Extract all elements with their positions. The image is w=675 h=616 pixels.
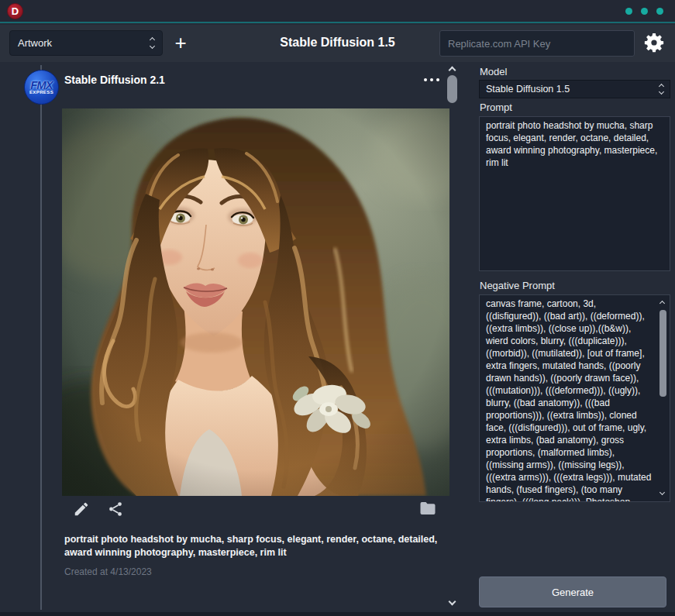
chevron-up-icon	[448, 66, 456, 74]
created-timestamp: Created at 4/13/2023	[64, 566, 152, 577]
chevron-down-icon	[659, 489, 664, 494]
artwork-feed-panel: FMX EXPRESS Stable Diffusion 2.1	[0, 62, 473, 612]
generate-button[interactable]: Generate	[479, 576, 666, 607]
api-key-input[interactable]	[439, 30, 635, 57]
negative-scroll-down-button[interactable]	[656, 487, 667, 497]
settings-button[interactable]	[642, 32, 666, 55]
window-bottom-edge	[0, 612, 675, 616]
avatar: FMX EXPRESS	[24, 70, 59, 105]
chevron-up-icon	[659, 300, 664, 305]
model-label: Model	[480, 66, 507, 77]
prompt-input[interactable]: portrait photo headshot by mucha, sharp …	[479, 116, 670, 271]
window-controls	[625, 8, 668, 15]
app-logo-icon: D	[7, 3, 23, 19]
avatar-subtext: EXPRESS	[29, 90, 53, 95]
updown-chevrons-icon	[660, 84, 663, 94]
more-menu-button[interactable]	[421, 75, 443, 84]
ellipsis-icon	[424, 78, 427, 81]
feed-scroll-up-button[interactable]	[445, 64, 459, 76]
window-control-dot-2[interactable]	[641, 8, 648, 15]
negative-prompt-label: Negative Prompt	[480, 280, 555, 291]
negative-scrollbar-thumb[interactable]	[660, 310, 666, 397]
edit-button[interactable]	[72, 501, 91, 519]
generation-settings-panel: Model Stable Diffusion 1.5 Prompt portra…	[473, 62, 675, 612]
window-control-dot-1[interactable]	[625, 8, 632, 15]
share-button[interactable]	[106, 501, 125, 519]
avatar-text: FMX	[30, 80, 53, 90]
chevron-down-icon	[448, 597, 456, 605]
toolbar: Artwork + Stable Diffusion 1.5	[0, 25, 675, 62]
feed-scrollbar-thumb[interactable]	[447, 75, 457, 103]
pencil-icon	[73, 501, 90, 518]
model-select[interactable]: Stable Diffusion 1.5	[479, 80, 670, 98]
prompt-field-wrap: portrait photo headshot by mucha, sharp …	[479, 116, 670, 271]
negative-prompt-input[interactable]: canvas frame, cartoon, 3d, ((disfigured)…	[479, 294, 670, 502]
card-title: Stable Diffusion 2.1	[64, 74, 165, 86]
image-caption: portrait photo headshot by mucha, sharp …	[64, 533, 458, 559]
title-bar: D	[0, 0, 675, 23]
share-icon	[107, 501, 124, 518]
negative-scroll-up-button[interactable]	[656, 298, 667, 308]
folder-icon	[418, 499, 437, 518]
prompt-label: Prompt	[480, 102, 512, 113]
gear-icon	[643, 32, 665, 53]
portrait-illustration	[62, 108, 449, 496]
negative-prompt-field-wrap: canvas frame, cartoon, 3d, ((disfigured)…	[479, 294, 670, 502]
timeline-line	[40, 65, 42, 610]
feed-scroll-down-button[interactable]	[445, 595, 459, 607]
model-select-value: Stable Diffusion 1.5	[486, 84, 570, 95]
window-control-dot-3[interactable]	[656, 8, 663, 15]
generated-image	[62, 108, 449, 496]
save-folder-button[interactable]	[418, 499, 437, 518]
